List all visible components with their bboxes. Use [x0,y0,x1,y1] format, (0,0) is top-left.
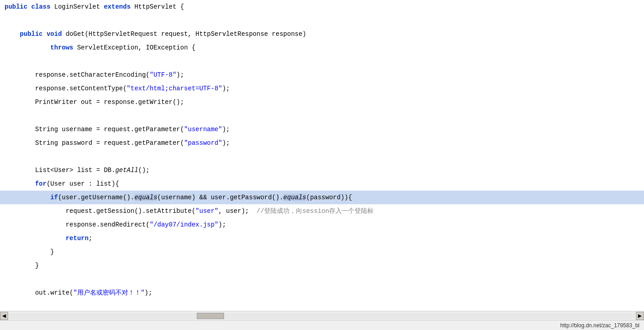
line-content-9: response.setContentType("text/html;chars… [0,82,230,95]
line-content-24: out.write("用户名或密码不对！！"); [0,286,152,300]
scroll-track[interactable] [9,313,635,319]
line-content-12: String username = request.getParameter("… [0,123,230,136]
line-content-21: } [0,245,54,259]
line-content-14 [0,150,8,163]
line-content-16: for(User user : list){ [0,177,119,191]
line-content-8: response.setCharacterEncoding("UTF-8"); [0,68,184,82]
code-line-15: List<User> list = DB.getAll(); [0,163,644,177]
code-line-10: PrintWriter out = response.getWriter(); [0,95,644,109]
line-content-18: request.getSession().setAttribute("user"… [0,204,374,218]
code-line-3: public class LoginServlet extends HttpSe… [0,0,644,14]
line-content-6: throws ServletException, IOException { [0,41,195,54]
code-line-13: String password = request.getParameter("… [0,136,644,150]
code-line-11 [0,109,644,123]
horizontal-scrollbar[interactable]: ◀ ▶ [0,311,644,320]
line-content-20: return; [0,231,92,245]
code-line-6: throws ServletException, IOException { [0,41,644,54]
line-content-4 [0,14,8,27]
code-line-18: request.getSession().setAttribute("user"… [0,204,644,218]
code-line-20: return; [0,231,644,245]
line-content-13: String password = request.getParameter("… [0,136,230,150]
code-line-16: for(User user : list){ [0,177,644,191]
code-lines: public class LoginServlet extends HttpSe… [0,0,644,300]
status-url: http://blog.dn.net/zac_179583_bl [560,322,639,329]
scroll-right-btn[interactable]: ▶ [636,312,644,320]
line-content-23 [0,272,8,286]
scroll-left-btn[interactable]: ◀ [0,312,8,320]
line-content-10: PrintWriter out = response.getWriter(); [0,95,184,109]
line-content-11 [0,109,8,123]
code-line-22: } [0,259,644,272]
code-line-21: } [0,245,644,259]
code-line-23 [0,272,644,286]
code-line-12: String username = request.getParameter("… [0,123,644,136]
line-content-7 [0,54,8,68]
code-line-8: response.setCharacterEncoding("UTF-8"); [0,68,644,82]
code-line-4 [0,14,644,27]
code-line-19: response.sendRedirect("/day07/index.jsp"… [0,218,644,231]
line-content-22: } [0,259,39,272]
scroll-thumb[interactable] [197,313,224,319]
editor-container: public class LoginServlet extends HttpSe… [0,0,644,330]
line-content-15: List<User> list = DB.getAll(); [0,163,150,177]
code-area[interactable]: public class LoginServlet extends HttpSe… [0,0,644,311]
code-line-14 [0,150,644,163]
status-bar: http://blog.dn.net/zac_179583_bl [0,320,644,330]
code-line-17: if(user.getUsername().equals(username) &… [0,191,644,204]
line-content-5: public void doGet(HttpServletRequest req… [0,27,306,41]
code-line-5: public void doGet(HttpServletRequest req… [0,27,644,41]
code-line-24: out.write("用户名或密码不对！！"); [0,286,644,300]
code-line-9: response.setContentType("text/html;chars… [0,82,644,95]
line-content-17: if(user.getUsername().equals(username) &… [0,191,352,204]
code-line-7 [0,54,644,68]
line-content-3: public class LoginServlet extends HttpSe… [0,0,184,14]
line-content-19: response.sendRedirect("/day07/index.jsp"… [0,218,226,231]
